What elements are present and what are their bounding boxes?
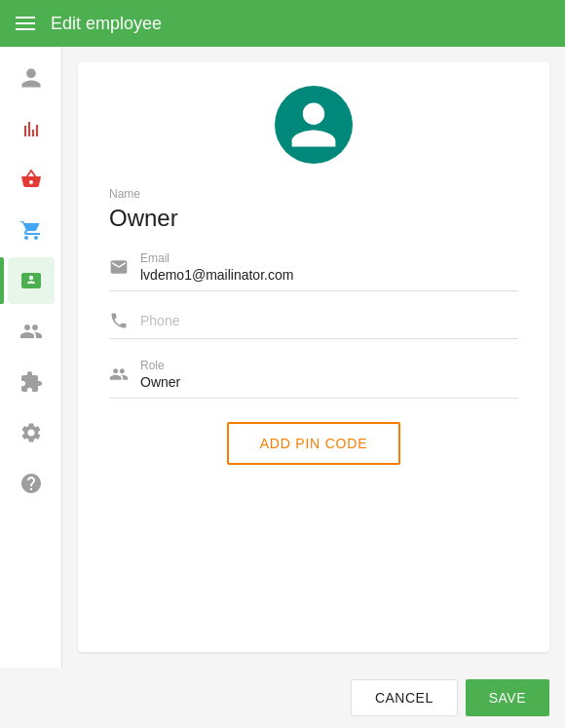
bar-chart-icon bbox=[19, 117, 43, 140]
avatar-section bbox=[109, 86, 518, 164]
name-label: Name bbox=[109, 187, 518, 201]
email-row: Email lvdemo1@mailinator.com bbox=[109, 251, 518, 291]
settings-icon bbox=[19, 421, 43, 444]
sidebar-item-people[interactable] bbox=[8, 308, 55, 355]
sidebar-item-analytics[interactable] bbox=[8, 105, 55, 152]
menu-icon[interactable] bbox=[16, 17, 35, 30]
name-section: Name Owner bbox=[109, 187, 518, 232]
employee-card-icon bbox=[19, 269, 43, 292]
extensions-icon bbox=[19, 370, 43, 394]
avatar-icon bbox=[286, 97, 341, 152]
sidebar-item-profile[interactable] bbox=[8, 55, 55, 101]
add-pin-section: ADD PIN CODE bbox=[109, 422, 518, 465]
sidebar-item-help[interactable] bbox=[8, 460, 55, 507]
sidebar-item-settings[interactable] bbox=[8, 409, 55, 456]
cancel-button[interactable]: CANCEL bbox=[351, 679, 458, 716]
phone-field-content[interactable]: Phone bbox=[140, 312, 518, 329]
save-button[interactable]: SAVE bbox=[466, 679, 549, 716]
phone-placeholder: Phone bbox=[140, 313, 179, 328]
role-field-content: Role Owner bbox=[140, 359, 518, 390]
main-layout: Name Owner Email lvdemo1@mailinator.com bbox=[0, 47, 565, 668]
sidebar bbox=[0, 47, 62, 668]
add-pin-button[interactable]: ADD PIN CODE bbox=[227, 422, 401, 465]
phone-icon bbox=[109, 311, 129, 330]
sidebar-item-extensions[interactable] bbox=[8, 359, 55, 405]
sidebar-item-employee[interactable] bbox=[8, 257, 55, 304]
role-icon bbox=[109, 364, 129, 384]
email-icon bbox=[109, 257, 129, 277]
edit-employee-card: Name Owner Email lvdemo1@mailinator.com bbox=[78, 62, 549, 652]
phone-row: Phone bbox=[109, 311, 518, 339]
name-value: Owner bbox=[109, 205, 518, 232]
people-icon bbox=[19, 320, 43, 343]
action-bar: CANCEL SAVE bbox=[0, 668, 565, 728]
topbar: Edit employee bbox=[0, 0, 565, 47]
email-value: lvdemo1@mailinator.com bbox=[140, 267, 518, 283]
avatar bbox=[275, 86, 353, 164]
role-label: Role bbox=[140, 359, 518, 372]
role-row: Role Owner bbox=[109, 359, 518, 399]
sidebar-item-basket[interactable] bbox=[8, 156, 55, 203]
shopping-basket-icon bbox=[19, 168, 43, 191]
shopping-cart-icon bbox=[19, 218, 43, 242]
email-field-content: Email lvdemo1@mailinator.com bbox=[140, 251, 518, 283]
email-label: Email bbox=[140, 251, 518, 265]
help-icon bbox=[19, 472, 43, 495]
content-area: Name Owner Email lvdemo1@mailinator.com bbox=[62, 47, 565, 668]
page-title: Edit employee bbox=[51, 14, 162, 34]
sidebar-item-cart[interactable] bbox=[8, 207, 55, 253]
person-icon bbox=[19, 66, 43, 90]
role-value: Owner bbox=[140, 374, 518, 390]
